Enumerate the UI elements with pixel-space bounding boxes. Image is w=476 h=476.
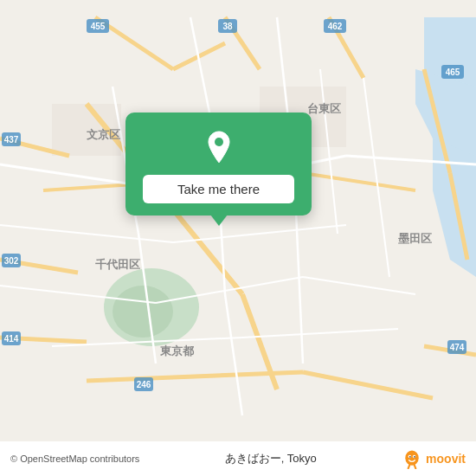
map-container: 文京区 台東区 千代田区 墨田区 東京都 455 38 462 465 437 … bbox=[0, 0, 476, 476]
svg-text:462: 462 bbox=[328, 22, 343, 31]
svg-text:455: 455 bbox=[91, 22, 106, 31]
location-title: あきばおー, Tokyo bbox=[225, 451, 317, 466]
osm-attribution: © OpenStreetMap contributors bbox=[10, 453, 139, 464]
svg-text:38: 38 bbox=[222, 22, 233, 31]
map-svg: 文京区 台東区 千代田区 墨田区 東京都 455 38 462 465 437 … bbox=[0, 0, 476, 476]
svg-point-2 bbox=[113, 286, 173, 338]
bottom-bar: © OpenStreetMap contributors あきばおー, Toky… bbox=[0, 441, 476, 476]
svg-text:465: 465 bbox=[446, 68, 460, 77]
moovit-icon bbox=[402, 448, 422, 469]
svg-text:437: 437 bbox=[4, 135, 19, 145]
take-me-there-button[interactable]: Take me there bbox=[143, 175, 294, 203]
svg-point-68 bbox=[409, 456, 411, 458]
svg-text:墨田区: 墨田区 bbox=[398, 232, 432, 245]
svg-text:414: 414 bbox=[4, 334, 19, 344]
moovit-label: moovit bbox=[426, 452, 466, 466]
popup-card: Take me there bbox=[125, 113, 312, 215]
svg-point-63 bbox=[215, 138, 223, 146]
location-pin-icon bbox=[200, 128, 238, 166]
svg-text:474: 474 bbox=[450, 343, 465, 352]
svg-text:文京区: 文京区 bbox=[87, 128, 120, 141]
svg-point-65 bbox=[405, 451, 418, 466]
svg-text:302: 302 bbox=[4, 256, 19, 266]
svg-text:台東区: 台東区 bbox=[307, 102, 341, 115]
svg-text:千代田区: 千代田区 bbox=[95, 258, 140, 271]
svg-text:東京都: 東京都 bbox=[160, 344, 195, 357]
svg-point-69 bbox=[414, 456, 415, 458]
moovit-logo: moovit bbox=[402, 448, 466, 469]
svg-text:246: 246 bbox=[137, 380, 151, 389]
